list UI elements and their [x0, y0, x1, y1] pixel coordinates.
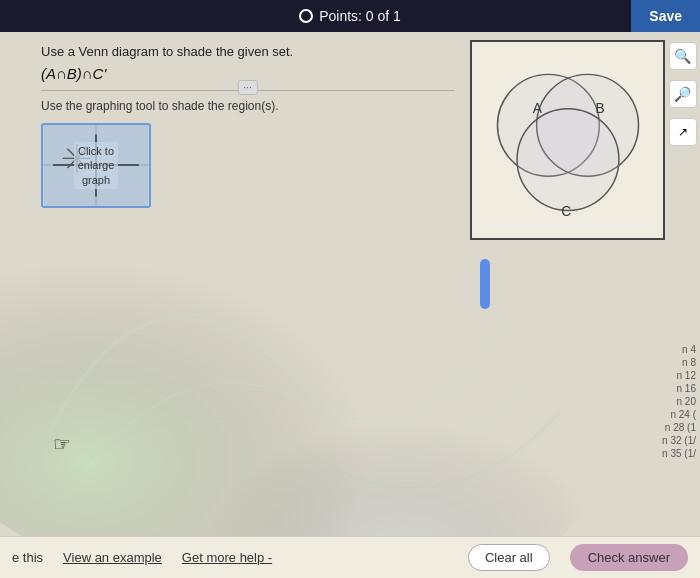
prefix-text: e this	[12, 550, 43, 565]
top-bar: Points: 0 of 1 Save	[0, 0, 700, 32]
cursor-icon: ☞	[53, 432, 71, 456]
view-example-link[interactable]: View an example	[63, 550, 162, 565]
scroll-item-1[interactable]: n 4	[645, 344, 700, 355]
points-circle-icon	[299, 9, 313, 23]
venn-label-c: C	[561, 204, 571, 219]
enlarge-graph-button[interactable]: Click to enlarge graph	[41, 123, 151, 208]
venn-diagram[interactable]: A B C	[470, 40, 665, 240]
scroll-item-6[interactable]: n 24 (	[645, 409, 700, 420]
scroll-item-2[interactable]: n 8	[645, 357, 700, 368]
points-label: Points: 0 of 1	[299, 8, 401, 24]
question-instruction: Use a Venn diagram to shade the given se…	[41, 44, 454, 59]
bottom-bar: e this View an example Get more help - C…	[0, 536, 700, 578]
venn-label-a: A	[533, 101, 543, 116]
scroll-item-8[interactable]: n 32 (1/	[645, 435, 700, 446]
main-content: ↩ Use a Venn diagram to shade the given …	[0, 32, 700, 536]
scroll-item-7[interactable]: n 28 (1	[645, 422, 700, 433]
check-answer-button[interactable]: Check answer	[570, 544, 688, 571]
search-icon: 🔍	[674, 48, 691, 64]
scroll-item-9[interactable]: n 35 (1/	[645, 448, 700, 459]
scroll-item-3[interactable]: n 12	[645, 370, 700, 381]
svg-point-15	[517, 109, 619, 211]
scroll-indicator	[480, 259, 490, 309]
scroll-item-5[interactable]: n 20	[645, 396, 700, 407]
scroll-list: n 4 n 8 n 12 n 16 n 20 n 24 ( n 28 (1 n …	[645, 64, 700, 459]
dots-button[interactable]: ···	[237, 80, 257, 95]
question-section: Use a Venn diagram to shade the given se…	[35, 32, 460, 536]
points-text: Points: 0 of 1	[319, 8, 401, 24]
save-button[interactable]: Save	[631, 0, 700, 32]
scroll-item-4[interactable]: n 16	[645, 383, 700, 394]
clear-all-button[interactable]: Clear all	[468, 544, 550, 571]
graph-label: Click to enlarge graph	[74, 142, 119, 189]
graphing-instruction: Use the graphing tool to shade the regio…	[41, 99, 454, 113]
right-panel: A B C 🔍 🔎 ↗ n 4 n 8 n	[460, 32, 700, 536]
venn-label-b: B	[595, 101, 604, 116]
get-more-help-link[interactable]: Get more help -	[182, 550, 272, 565]
